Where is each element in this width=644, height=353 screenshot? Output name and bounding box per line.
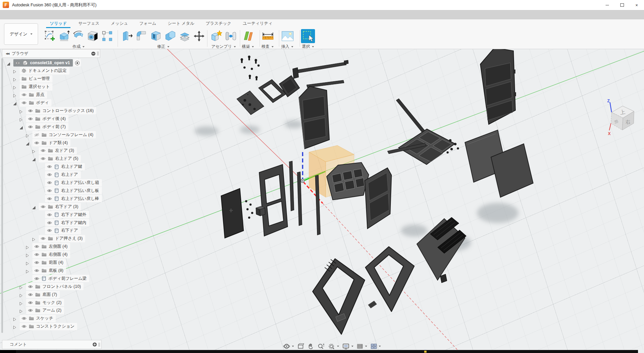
visibility-eye-icon[interactable] [40, 205, 46, 209]
tree-collapse-arrow[interactable] [32, 157, 36, 160]
inspect-group-label[interactable]: 検査 [262, 44, 274, 49]
tree-item-pill[interactable]: ボディ前 (7) [26, 123, 68, 130]
tree-expand-arrow[interactable] [19, 109, 23, 113]
offset-face-button[interactable] [178, 30, 191, 42]
visibility-eye-icon[interactable] [28, 293, 33, 297]
tree-expand-arrow[interactable] [32, 149, 36, 152]
tree-item-pill[interactable]: 右上ドア (5) [39, 155, 81, 162]
tree-item-pill[interactable]: 右下ドア鍵外 [45, 211, 89, 218]
tree-item-pill[interactable]: 右上ドア [45, 171, 81, 179]
visibility-eye-icon[interactable] [28, 125, 33, 129]
insert-image-button[interactable] [281, 30, 294, 42]
tree-item-pill[interactable]: ビュー管理 [20, 75, 52, 83]
tree-item-pill[interactable]: ドキュメントの設定 [20, 67, 69, 75]
orbit-tool[interactable] [282, 343, 295, 350]
add-comment-icon[interactable] [92, 342, 97, 347]
new-component-button[interactable] [210, 30, 223, 42]
tree-collapse-arrow[interactable] [13, 101, 17, 105]
tree-expand-arrow[interactable] [19, 285, 23, 288]
part-hinge-rod-1[interactable] [293, 60, 348, 79]
modify-group-label[interactable]: 修正 [157, 44, 169, 49]
tree-collapse-arrow[interactable] [19, 125, 23, 129]
visibility-eye-icon[interactable] [21, 101, 27, 105]
part-small-cube[interactable] [256, 206, 265, 216]
visibility-eye-icon[interactable] [47, 229, 52, 232]
tree-expand-arrow[interactable] [13, 93, 17, 97]
visibility-eye-icon[interactable] [47, 221, 52, 225]
tree-item-pill[interactable]: ボディ [20, 99, 51, 107]
ribbon-tab-4[interactable]: シート メタル [162, 19, 200, 28]
browser-panel-header[interactable]: ◀◀ ブラウザ [2, 49, 100, 58]
tree-item-pill[interactable]: 右上ドア鍵 [45, 163, 85, 170]
tree-expand-arrow[interactable] [32, 237, 36, 240]
tree-expand-arrow[interactable] [19, 301, 23, 305]
panel-grip[interactable] [99, 343, 100, 347]
tree-item-pill[interactable]: 右下ドア (3) [39, 203, 81, 210]
tree-expand-arrow[interactable] [26, 133, 29, 137]
ribbon-tab-3[interactable]: フォーム [134, 19, 162, 28]
tree-expand-arrow[interactable] [26, 245, 29, 248]
tree-item-pill[interactable]: 右下ドア鍵内 [45, 219, 89, 226]
visibility-eye-icon[interactable] [47, 189, 52, 193]
part-window-frame[interactable] [259, 164, 288, 236]
collapse-panel-icon[interactable]: ◀◀ [6, 52, 9, 55]
visibility-eye-icon[interactable] [28, 117, 33, 121]
ribbon-tab-5[interactable]: プラスチック [200, 19, 237, 28]
visibility-eye-icon[interactable] [34, 141, 39, 145]
tree-item-pill[interactable]: 底板 (8) [32, 267, 66, 274]
tree-expand-arrow[interactable] [26, 261, 29, 264]
part-hinge-rod-2[interactable] [307, 80, 344, 88]
visibility-eye-icon[interactable] [47, 213, 52, 217]
press-pull-button[interactable] [121, 30, 134, 42]
create-sketch-button[interactable] [43, 30, 56, 42]
minimize-button[interactable] [600, 0, 615, 10]
tree-item-pill[interactable]: 右上ドア払い戻し棒 [45, 195, 102, 202]
fillet-button[interactable] [135, 30, 148, 42]
tree-collapse-arrow[interactable] [7, 61, 10, 65]
visibility-eye-icon[interactable] [47, 165, 52, 168]
tree-expand-arrow[interactable] [13, 317, 17, 320]
tree-expand-arrow[interactable] [13, 77, 17, 81]
extrude-button[interactable] [58, 30, 70, 42]
visibility-eye-icon[interactable] [34, 269, 39, 272]
display-settings[interactable] [342, 343, 354, 350]
tree-expand-arrow[interactable] [26, 253, 29, 256]
visibility-eye-icon[interactable] [15, 61, 20, 65]
visibility-eye-icon[interactable] [47, 173, 52, 176]
shell-button[interactable] [150, 30, 162, 42]
visibility-eye-icon[interactable] [34, 245, 39, 248]
part-lower-door[interactable] [365, 168, 391, 229]
visibility-eye-icon[interactable] [34, 253, 39, 256]
tree-item-pill[interactable]: 右下ドア [45, 227, 81, 234]
part-upper-door[interactable] [299, 86, 329, 149]
close-button[interactable]: × [629, 0, 644, 10]
tree-item-pill[interactable]: ボディ後 (4) [26, 115, 68, 122]
visibility-eye-icon[interactable] [40, 237, 46, 240]
visibility-eye-icon[interactable] [47, 197, 52, 201]
tree-item-pill[interactable]: ドア押さえ (3) [39, 235, 85, 242]
combine-button[interactable] [164, 30, 177, 42]
select-group-label[interactable]: 選択 [302, 44, 314, 49]
visibility-eye-icon[interactable] [21, 93, 27, 97]
part-front-bezel[interactable] [313, 259, 365, 334]
tree-item-pill[interactable]: 前面 (4) [32, 259, 66, 266]
visibility-eye-icon[interactable] [34, 277, 39, 280]
workspace-selector[interactable]: デザイン [4, 23, 38, 45]
move-button[interactable] [193, 30, 205, 42]
tree-item-pill[interactable]: ドア類 (4) [32, 139, 70, 146]
tree-item-pill[interactable]: 選択セット [20, 83, 52, 91]
tree-expand-arrow[interactable] [13, 69, 17, 73]
construction-plane-button[interactable] [241, 30, 254, 42]
tree-expand-arrow[interactable] [13, 325, 17, 328]
view-cube[interactable]: Z 上 右 前 X [605, 98, 641, 138]
visibility-eye-icon[interactable] [28, 301, 33, 305]
visibility-eye-icon[interactable] [21, 325, 27, 328]
insert-group-label[interactable]: 挿入 [281, 44, 293, 49]
tree-item-pill[interactable]: consolet18_open v1 [13, 59, 73, 67]
visibility-eye-icon[interactable] [21, 317, 27, 320]
tree-item-pill[interactable]: モック (2) [26, 299, 64, 306]
tree-item-pill[interactable]: コントローラボックス (16) [26, 107, 96, 114]
joint-button[interactable] [224, 30, 237, 42]
assemble-group-label[interactable]: アセンブリ [211, 44, 236, 49]
part-solid-panel[interactable] [221, 189, 244, 238]
